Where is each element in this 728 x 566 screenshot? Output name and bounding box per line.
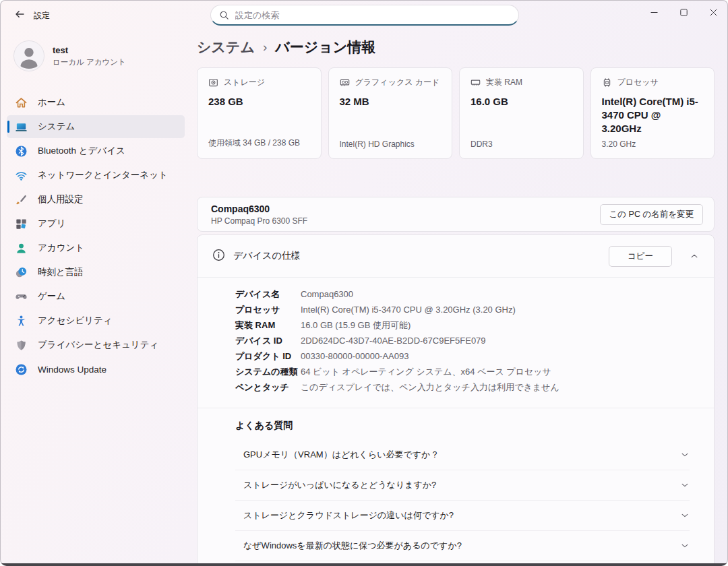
sidebar-item-label: 個人用設定: [38, 193, 84, 206]
home-icon: [15, 96, 28, 109]
chevron-down-icon: [680, 450, 690, 460]
user-account-type: ローカル アカウント: [53, 57, 126, 67]
sidebar-item-windows-update[interactable]: Windows Update: [7, 358, 185, 381]
card-value: 238 GB: [208, 95, 310, 108]
card-label: グラフィックス カード: [355, 77, 440, 88]
card-value: Intel(R) Core(TM) i5-3470 CPU @ 3.20GHz: [602, 95, 704, 135]
table-row: システムの種類64 ビット オペレーティング システム、x64 ベース プロセッ…: [235, 364, 703, 379]
sidebar-item-label: プライバシーとセキュリティ: [38, 339, 158, 351]
summary-cards: ストレージ 238 GB 使用領域 34 GB / 238 GB グラフィックス…: [197, 67, 715, 159]
faq-heading: よくある質問: [235, 418, 690, 434]
spec-label: 実装 RAM: [235, 317, 301, 333]
spec-label: プロダクト ID: [235, 348, 301, 364]
bluetooth-icon: [15, 145, 28, 158]
sidebar-item-label: システム: [38, 121, 75, 133]
sidebar: test ローカル アカウント ホーム システム Bluetooth とデバイス…: [0, 32, 191, 566]
sidebar-item-accounts[interactable]: アカウント: [7, 237, 185, 259]
table-row: デバイス名Compaq6300: [235, 286, 703, 302]
table-row: プロダクト ID00330-80000-00000-AA093: [235, 348, 703, 364]
card-detail: 使用領域 34 GB / 238 GB: [208, 137, 310, 149]
storage-card: ストレージ 238 GB 使用領域 34 GB / 238 GB: [197, 67, 322, 159]
faq-question: ストレージがいっぱいになるとどうなりますか?: [243, 479, 436, 491]
avatar: [13, 40, 44, 71]
card-detail: 3.20 GHz: [602, 139, 704, 149]
personalization-icon: [15, 193, 28, 206]
sidebar-item-apps[interactable]: アプリ: [7, 212, 185, 235]
breadcrumb-chevron-icon: ›: [263, 40, 267, 55]
rename-pc-button[interactable]: この PC の名前を変更: [600, 204, 703, 225]
faq-item-gpu-memory[interactable]: GPUメモリ（VRAM）はどれくらい必要ですか？: [235, 439, 690, 470]
chevron-down-icon: [680, 541, 690, 551]
window-controls: [639, 0, 728, 24]
close-icon: [710, 9, 717, 16]
ram-card: 実装 RAM 16.0 GB DDR3: [459, 67, 584, 159]
sidebar-item-time-language[interactable]: 時刻と言語: [7, 261, 185, 284]
sidebar-item-network-internet[interactable]: ネットワークとインターネット: [7, 164, 185, 187]
spec-value: Intel(R) Core(TM) i5-3470 CPU @ 3.20GHz …: [301, 302, 516, 317]
breadcrumb: システム › バージョン情報: [197, 37, 715, 57]
sidebar-item-label: アクセシビリティ: [38, 315, 113, 327]
faq-item-keep-updated[interactable]: なぜWindowsを最新の状態に保つ必要があるのですか?: [235, 530, 690, 561]
sidebar-item-label: 時刻と言語: [38, 266, 84, 278]
page-title: バージョン情報: [275, 38, 375, 57]
faq-item-cloud-storage[interactable]: ストレージとクラウドストレージの違いは何ですか?: [235, 500, 690, 530]
spec-value: Compaq6300: [301, 286, 353, 302]
table-row: デバイス ID2DD624DC-43D7-40AE-B2DD-67C9EF5FE…: [235, 333, 703, 348]
spec-value: 2DD624DC-43D7-40AE-B2DD-67C9EF5FE079: [301, 333, 486, 348]
sidebar-item-label: アプリ: [38, 218, 65, 230]
close-button[interactable]: [698, 0, 728, 24]
user-name: test: [53, 45, 126, 55]
sidebar-item-label: アカウント: [38, 242, 84, 254]
device-spec-card: デバイスの仕様 コピー デバイス名Compaq6300 プロセッサIntel(R…: [197, 234, 715, 566]
gaming-icon: [15, 290, 28, 303]
spec-value: 16.0 GB (15.9 GB 使用可能): [301, 317, 411, 333]
ram-icon: [471, 77, 481, 88]
search-input[interactable]: [210, 5, 519, 26]
chevron-down-icon: [680, 480, 690, 490]
table-row: プロセッサIntel(R) Core(TM) i5-3470 CPU @ 3.2…: [235, 302, 703, 317]
device-model: HP Compaq Pro 6300 SFF: [211, 216, 307, 226]
card-value: 16.0 GB: [471, 95, 572, 108]
faq-question: ストレージとクラウドストレージの違いは何ですか?: [243, 509, 454, 522]
spec-value: 64 ビット オペレーティング システム、x64 ベース プロセッサ: [301, 364, 551, 379]
sidebar-item-gaming[interactable]: ゲーム: [7, 285, 185, 308]
sidebar-item-system[interactable]: システム: [7, 115, 185, 138]
card-value: 32 MB: [340, 95, 442, 108]
back-button[interactable]: [8, 5, 31, 26]
user-card: test ローカル アカウント: [7, 38, 185, 74]
faq-question: なぜWindowsを最新の状態に保つ必要があるのですか?: [243, 540, 462, 552]
app-title: 設定: [34, 10, 50, 22]
device-name: Compaq6300: [211, 203, 307, 214]
gpu-icon: [340, 77, 350, 88]
graphics-card: グラフィックス カード 32 MB Intel(R) HD Graphics: [328, 67, 453, 159]
faq-item-storage-full[interactable]: ストレージがいっぱいになるとどうなりますか?: [235, 470, 690, 500]
breadcrumb-system[interactable]: システム: [197, 38, 255, 57]
spec-value: 00330-80000-00000-AA093: [301, 348, 408, 364]
sidebar-item-personalization[interactable]: 個人用設定: [7, 188, 185, 211]
spec-label: デバイス名: [235, 286, 301, 302]
maximize-icon: [680, 9, 688, 16]
time-language-icon: [15, 266, 28, 279]
accounts-icon: [15, 242, 28, 255]
apps-icon: [15, 218, 28, 230]
sidebar-item-privacy-security[interactable]: プライバシーとセキュリティ: [7, 334, 185, 356]
device-spec-header: デバイスの仕様 コピー: [198, 235, 714, 277]
windows-update-icon: [15, 363, 28, 376]
faq-item-ram-needed[interactable]: Windows 11 にはどのくらいのメモリ (RAM) が必要ですか?: [235, 561, 690, 566]
device-spec-table: デバイス名Compaq6300 プロセッサIntel(R) Core(TM) i…: [198, 278, 714, 408]
settings-window: 設定 test ローカル アカウント: [0, 0, 728, 566]
copy-button[interactable]: コピー: [609, 246, 672, 267]
minimize-button[interactable]: [639, 0, 669, 24]
chevron-down-icon: [680, 511, 690, 520]
sidebar-item-home[interactable]: ホーム: [7, 91, 185, 114]
spec-label: システムの種類: [235, 364, 301, 379]
chevron-up-icon[interactable]: [686, 247, 703, 265]
sidebar-item-label: ホーム: [38, 96, 65, 108]
system-icon: [15, 121, 28, 133]
sidebar-item-bluetooth-devices[interactable]: Bluetooth とデバイス: [7, 139, 185, 162]
device-spec-title: デバイスの仕様: [233, 250, 301, 262]
sidebar-item-accessibility[interactable]: アクセシビリティ: [7, 309, 185, 332]
minimize-icon: [650, 9, 658, 16]
faq-section: よくある質問 GPUメモリ（VRAM）はどれくらい必要ですか？ ストレージがいっ…: [198, 408, 714, 566]
maximize-button[interactable]: [669, 0, 698, 24]
